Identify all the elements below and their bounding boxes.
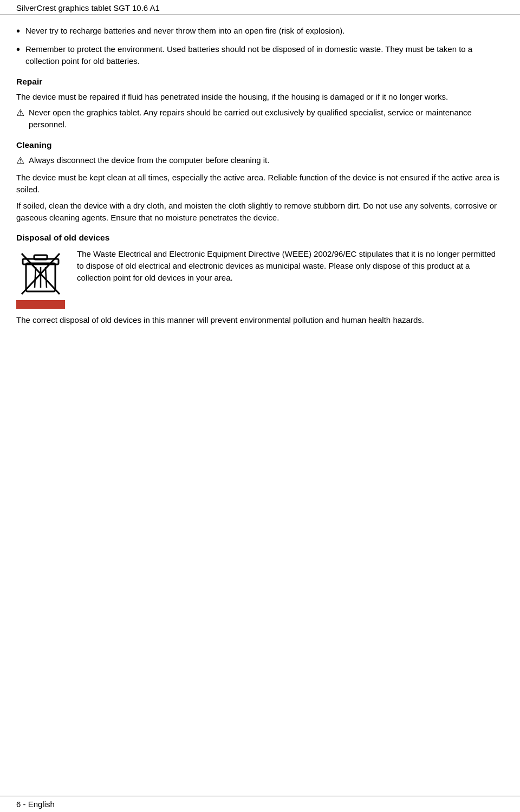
bullet-list: • Never try to recharge batteries and ne… <box>16 25 504 67</box>
repair-warning-row: ⚠ Never open the graphics tablet. Any re… <box>16 107 504 131</box>
list-item: • Remember to protect the environment. U… <box>16 43 504 67</box>
warning-triangle-icon-2: ⚠ <box>16 154 24 168</box>
bullet-icon: • <box>16 42 20 57</box>
page-footer: 6 - English <box>0 796 520 812</box>
bullet-text-1: Never try to recharge batteries and neve… <box>25 25 504 37</box>
svg-line-3 <box>35 267 36 288</box>
repair-paragraph-1: The device must be repaired if fluid has… <box>16 91 504 103</box>
disposal-inner: The Waste Electrical and Electronic Equi… <box>16 248 504 309</box>
disposal-paragraph-1: The correct disposal of old devices in t… <box>16 314 504 326</box>
footer-text: 6 - English <box>16 800 55 809</box>
weee-description: The Waste Electrical and Electronic Equi… <box>77 248 504 283</box>
page: SilverCrest graphics tablet SGT 10.6 A1 … <box>0 0 520 812</box>
cleaning-warning-text: Always disconnect the device from the co… <box>29 154 504 166</box>
repair-heading: Repair <box>16 77 504 87</box>
page-header: SilverCrest graphics tablet SGT 10.6 A1 <box>0 0 520 15</box>
page-title: SilverCrest graphics tablet SGT 10.6 A1 <box>16 3 160 12</box>
svg-line-5 <box>46 267 47 288</box>
weee-icon <box>16 248 65 297</box>
cleaning-warning-row: ⚠ Always disconnect the device from the … <box>16 154 504 168</box>
svg-rect-2 <box>34 255 47 259</box>
cleaning-paragraph-1: The device must be kept clean at all tim… <box>16 172 504 196</box>
bullet-icon: • <box>16 23 20 39</box>
weee-bar <box>16 300 65 309</box>
disposal-heading: Disposal of old devices <box>16 233 504 243</box>
cleaning-heading: Cleaning <box>16 140 504 150</box>
warning-triangle-icon: ⚠ <box>16 107 24 120</box>
page-content: • Never try to recharge batteries and ne… <box>0 15 520 374</box>
cleaning-paragraph-2: If soiled, clean the device with a dry c… <box>16 200 504 224</box>
list-item: • Never try to recharge batteries and ne… <box>16 25 504 39</box>
repair-warning-text: Never open the graphics tablet. Any repa… <box>29 107 504 131</box>
weee-icon-block <box>16 248 65 309</box>
bullet-text-2: Remember to protect the environment. Use… <box>25 43 504 67</box>
